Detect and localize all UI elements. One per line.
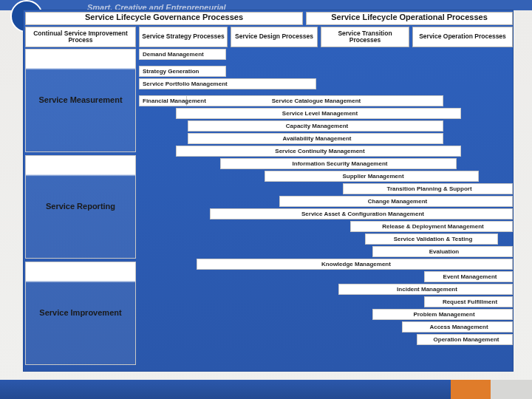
- bar-rdm: Release & Deployment Management: [350, 221, 513, 232]
- footer-grey: [491, 380, 532, 399]
- bar-capacity: Capacity Management: [188, 120, 443, 132]
- bar-knowledge: Knowledge Management: [197, 259, 513, 270]
- bar-ops-mgmt: Operation Management: [417, 334, 513, 345]
- top-header-row: Service Lifecycle Governance Processes S…: [24, 12, 514, 25]
- col-operation: Service Operation Processes: [412, 27, 513, 47]
- bar-slm: Service Level Management: [176, 108, 461, 119]
- bar-event: Event Management: [424, 271, 513, 282]
- bar-sacm: Service Asset & Configuration Management: [210, 208, 513, 219]
- bar-evaluation: Evaluation: [372, 246, 513, 257]
- bar-catalogue: Service Catalogue Management: [186, 95, 443, 106]
- footer-blue: [0, 380, 451, 399]
- bar-supplier: Supplier Management: [265, 171, 479, 182]
- bar-incident: Incident Management: [338, 284, 513, 295]
- slide: Smart, Creative and Entrepreneurial Serv…: [0, 0, 532, 399]
- bar-strategy-generation: Strategy Generation: [139, 66, 226, 77]
- col-csi: Continual Service Improvement Process: [25, 27, 136, 47]
- bar-change: Change Management: [279, 196, 513, 207]
- header-operational: Service Lifecycle Operational Processes: [306, 12, 513, 25]
- bar-infosec: Information Security Management: [220, 158, 457, 169]
- col-strategy: Service Strategy Processes: [139, 27, 228, 47]
- bar-availability: Availability Management: [188, 133, 443, 144]
- diagram-frame: Service Lifecycle Governance Processes S…: [23, 10, 514, 372]
- box-improvement: Service Improvement: [25, 262, 136, 365]
- bar-problem: Problem Management: [372, 309, 513, 320]
- box-measurement: Service Measurement: [25, 49, 136, 152]
- footer-orange: [451, 380, 491, 399]
- bar-access: Access Management: [402, 321, 513, 332]
- process-bars: Demand Management Strategy Generation Se…: [139, 49, 513, 347]
- box-reporting: Service Reporting: [25, 155, 136, 259]
- bar-continuity: Service Continuity Management: [176, 146, 461, 157]
- footer-bar: [0, 380, 532, 399]
- header-governance: Service Lifecycle Governance Processes: [25, 12, 303, 25]
- bar-demand: Demand Management: [139, 49, 226, 60]
- bar-portfolio: Service Portfolio Management: [139, 78, 316, 89]
- bar-request: Request Fulfillment: [424, 296, 513, 307]
- col-transition: Service Transition Processes: [321, 27, 409, 47]
- bar-svt: Service Validation & Testing: [365, 233, 498, 245]
- col-design: Service Design Processes: [231, 27, 318, 47]
- csi-boxes: Service Measurement Service Reporting Se…: [25, 49, 136, 368]
- column-header-row: Continual Service Improvement Process Se…: [24, 27, 514, 47]
- bar-tps: Transition Planning & Support: [343, 183, 513, 194]
